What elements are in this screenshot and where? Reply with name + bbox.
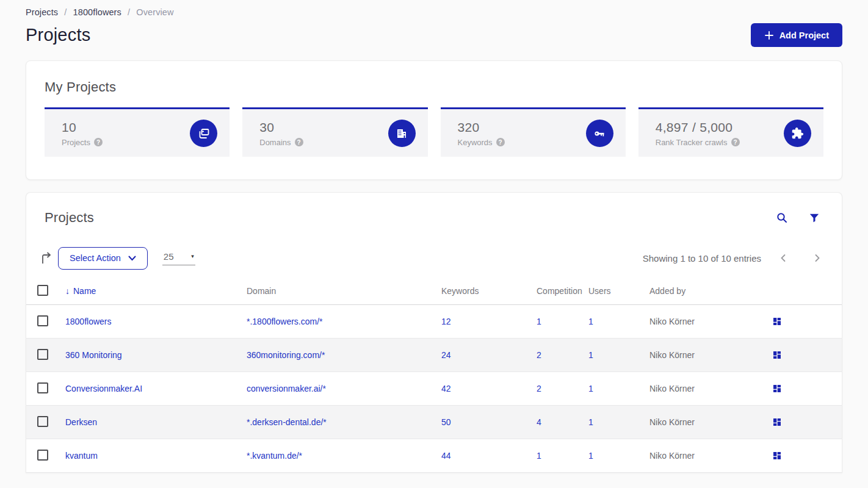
puzzle-icon [784, 120, 811, 147]
export-arrow-icon[interactable] [40, 251, 53, 265]
chevron-down-icon [128, 256, 136, 261]
project-competition-value[interactable]: 1 [537, 451, 541, 461]
dashboard-grid-icon[interactable] [771, 315, 783, 328]
stat-projects-label: Projects [62, 138, 90, 147]
project-users-value[interactable]: 1 [588, 350, 593, 360]
project-domain-link[interactable]: *.1800flowers.com/* [247, 317, 323, 326]
pagination-next-icon[interactable] [811, 251, 823, 265]
project-competition-value[interactable]: 4 [537, 417, 541, 427]
dashboard-grid-icon[interactable] [771, 450, 783, 462]
project-competition-value[interactable]: 2 [537, 350, 541, 360]
stat-domains-value: 30 [259, 120, 303, 135]
pagination-prev-icon[interactable] [777, 251, 789, 265]
dropdown-arrow-icon: ▾ [191, 253, 194, 259]
project-name-link[interactable]: kvantum [65, 451, 98, 461]
column-header-keywords[interactable]: Keywords [441, 286, 537, 296]
page-size-select[interactable]: 25 ▾ [162, 251, 195, 265]
table-row: 360 Monitoring 360monitoring.com/* 24 2 … [26, 339, 842, 372]
dashboard-grid-icon[interactable] [771, 382, 783, 395]
project-name-link[interactable]: 360 Monitoring [65, 350, 122, 360]
help-icon[interactable]: ? [94, 138, 103, 146]
showing-entries-text: Showing 1 to 10 of 10 entries [643, 253, 761, 264]
stats-row: 10 Projects? 30 Domains? [45, 107, 823, 157]
filter-icon[interactable] [808, 211, 821, 224]
add-project-button[interactable]: Add Project [751, 23, 842, 47]
help-icon[interactable]: ? [496, 138, 505, 146]
help-icon[interactable]: ? [731, 138, 740, 146]
project-keywords-value[interactable]: 42 [441, 384, 451, 393]
dashboard-grid-icon[interactable] [771, 349, 783, 361]
key-icon [586, 120, 613, 147]
help-icon[interactable]: ? [295, 138, 303, 146]
row-checkbox[interactable] [37, 315, 48, 326]
project-competition-value[interactable]: 2 [537, 384, 541, 393]
row-checkbox[interactable] [37, 382, 48, 393]
column-header-name[interactable]: ↓ Name [65, 286, 247, 296]
my-projects-card: My Projects 10 Projects? 30 [26, 60, 842, 180]
column-header-competition[interactable]: Competition [537, 286, 588, 296]
stat-keywords-value: 320 [458, 120, 505, 135]
stat-rank-tracker-value: 4,897 / 5,000 [656, 120, 740, 135]
column-header-users[interactable]: Users [588, 286, 649, 296]
row-checkbox[interactable] [37, 349, 48, 360]
my-projects-heading: My Projects [45, 79, 823, 95]
project-keywords-value[interactable]: 12 [441, 317, 451, 326]
project-domain-link[interactable]: conversionmaker.ai/* [247, 384, 326, 393]
table-row: Derksen *.derksen-dental.de/* 50 4 1 Nik… [26, 406, 842, 439]
table-row: Conversionmaker.AI conversionmaker.ai/* … [26, 372, 842, 406]
project-domain-link[interactable]: *.derksen-dental.de/* [247, 417, 327, 427]
project-competition-value[interactable]: 1 [537, 317, 541, 326]
breadcrumb-separator: / [128, 7, 130, 17]
projects-table: ↓ Name Domain Keywords Competition Users… [26, 278, 842, 473]
page-title: Projects [26, 25, 90, 45]
stat-rank-tracker: 4,897 / 5,000 Rank Tracker crawls? [638, 107, 823, 157]
row-checkbox[interactable] [37, 450, 48, 461]
project-keywords-value[interactable]: 50 [441, 417, 451, 427]
column-header-added-by[interactable]: Added by [649, 286, 771, 296]
project-domain-link[interactable]: *.kvantum.de/* [247, 451, 302, 461]
table-toolbar: Select Action 25 ▾ Showing 1 to 10 of 10… [26, 246, 842, 270]
page-size-value: 25 [164, 251, 174, 262]
table-row: kvantum *.kvantum.de/* 44 1 1 Niko Körne… [26, 439, 842, 473]
title-row: Projects Add Project [26, 23, 842, 47]
project-name-link[interactable]: Conversionmaker.AI [65, 384, 142, 393]
add-project-label: Add Project [779, 30, 829, 40]
projects-stack-icon [190, 120, 217, 147]
row-checkbox[interactable] [37, 416, 48, 427]
building-icon [388, 120, 416, 147]
project-added-by: Niko Körner [649, 350, 771, 360]
breadcrumb-overview: Overview [136, 7, 173, 17]
select-action-button[interactable]: Select Action [58, 247, 148, 270]
stat-domains: 30 Domains? [242, 107, 427, 157]
breadcrumb: Projects / 1800flowers / Overview [26, 7, 842, 17]
project-users-value[interactable]: 1 [588, 317, 593, 326]
project-keywords-value[interactable]: 24 [441, 350, 451, 360]
projects-table-heading: Projects [45, 210, 94, 226]
breadcrumb-projects[interactable]: Projects [26, 7, 58, 17]
stat-keywords-label: Keywords [458, 138, 493, 147]
project-users-value[interactable]: 1 [588, 417, 593, 427]
stat-projects: 10 Projects? [45, 107, 230, 157]
search-icon[interactable] [775, 210, 789, 225]
project-domain-link[interactable]: 360monitoring.com/* [247, 350, 325, 360]
breadcrumb-1800flowers[interactable]: 1800flowers [73, 7, 121, 17]
dashboard-grid-icon[interactable] [771, 416, 783, 428]
select-action-label: Select Action [70, 253, 121, 263]
projects-table-card: Projects Select Action 25 ▾ [26, 192, 842, 473]
project-users-value[interactable]: 1 [588, 451, 593, 461]
stat-projects-value: 10 [62, 120, 103, 135]
project-added-by: Niko Körner [649, 317, 771, 326]
project-name-link[interactable]: 1800flowers [65, 317, 112, 326]
column-header-domain[interactable]: Domain [247, 286, 441, 296]
stat-rank-tracker-label: Rank Tracker crawls [656, 138, 728, 147]
select-all-checkbox[interactable] [37, 285, 48, 296]
stat-keywords: 320 Keywords? [441, 107, 626, 157]
stat-domains-label: Domains [259, 138, 291, 147]
project-added-by: Niko Körner [649, 417, 771, 427]
page: Projects / 1800flowers / Overview Projec… [0, 0, 868, 473]
table-row: 1800flowers *.1800flowers.com/* 12 1 1 N… [26, 305, 842, 339]
project-keywords-value[interactable]: 44 [441, 451, 451, 461]
breadcrumb-separator: / [64, 7, 67, 17]
project-users-value[interactable]: 1 [588, 384, 593, 393]
project-name-link[interactable]: Derksen [65, 417, 97, 427]
